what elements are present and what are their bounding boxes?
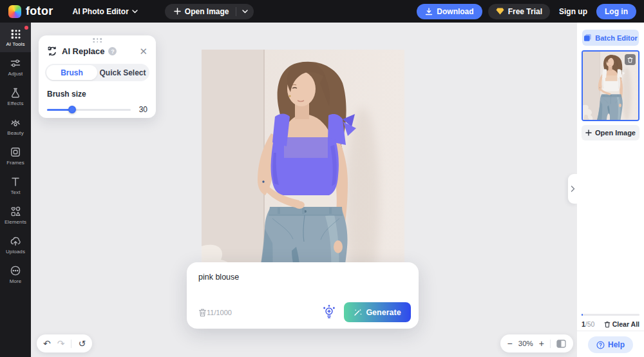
selection-mode-tabs: Brush Quick Select [45, 64, 149, 81]
left-tool-rail: AI Tools Adjust Effects Beauty Frames Te… [0, 23, 31, 357]
chevron-right-icon [571, 186, 575, 192]
clear-all-button[interactable]: Clear All [604, 320, 639, 328]
sidebar-item-label: Elements [5, 219, 26, 225]
brush-size-label: Brush size [47, 90, 156, 99]
undo-button[interactable]: ↶ [43, 339, 51, 348]
redo-button[interactable]: ↷ [57, 339, 65, 348]
plus-icon [174, 8, 181, 15]
tab-quick-select[interactable]: Quick Select [97, 65, 148, 80]
diamond-icon [496, 8, 504, 15]
effects-icon [10, 87, 21, 99]
clear-all-label: Clear All [612, 320, 639, 328]
usage-total: /50 [585, 320, 595, 328]
sidebar-item-beauty[interactable]: Beauty [0, 111, 31, 141]
compare-view-icon[interactable] [556, 340, 566, 348]
help-icon [596, 341, 605, 349]
download-label: Download [437, 7, 473, 16]
sidebar-item-uploads[interactable]: Uploads [0, 230, 31, 260]
zoom-in-button[interactable]: + [539, 338, 544, 349]
download-icon [425, 8, 433, 15]
fotor-logo-icon [8, 5, 21, 18]
open-image-button-right[interactable]: Open Image [582, 125, 639, 140]
image-list-panel: Batch Editor [577, 23, 644, 357]
sign-up-link[interactable]: Sign up [556, 7, 591, 16]
prompt-input[interactable]: pink blouse [198, 273, 239, 282]
help-button[interactable]: Help [588, 336, 633, 353]
open-image-label: Open Image [595, 129, 636, 137]
uploads-icon [10, 235, 21, 247]
text-icon [10, 176, 21, 188]
ai-replace-icon [47, 46, 58, 57]
zoom-out-button[interactable]: − [507, 338, 513, 349]
usage-progress-fill [582, 314, 583, 316]
chevron-down-icon [242, 10, 248, 14]
usage-progress-bar [582, 314, 639, 316]
fotor-logo-text: fotor [26, 5, 53, 18]
brush-size-slider[interactable] [47, 105, 131, 114]
tab-brush[interactable]: Brush [46, 65, 97, 80]
divider [550, 340, 551, 348]
sidebar-item-label: Uploads [6, 249, 25, 255]
frames-icon [10, 146, 21, 158]
panel-title: AI Replace [62, 46, 104, 56]
brush-slider-thumb[interactable] [68, 106, 76, 113]
generate-label: Generate [366, 308, 401, 317]
free-trial-button[interactable]: Free Trial [488, 4, 550, 19]
brush-size-value: 30 [137, 105, 147, 114]
notification-dot [24, 26, 28, 30]
help-label: Help [608, 340, 625, 349]
batch-editor-label: Batch Editor [595, 34, 637, 42]
zoom-toolbar: − 30% + [500, 334, 573, 352]
sidebar-item-ai-tools[interactable]: AI Tools [0, 23, 31, 52]
log-in-button[interactable]: Log in [596, 4, 636, 19]
sidebar-item-label: Beauty [7, 130, 24, 136]
history-toolbar: ↶ ↷ ↺ [37, 334, 92, 352]
chevron-down-icon [132, 10, 138, 14]
sidebar-item-elements[interactable]: Elements [0, 200, 31, 230]
open-image-button[interactable]: Open Image [165, 7, 236, 16]
download-button[interactable]: Download [417, 4, 482, 19]
sidebar-item-effects[interactable]: Effects [0, 82, 31, 111]
sidebar-item-label: Adjust [8, 71, 23, 77]
generate-button[interactable]: Generate [344, 302, 411, 322]
close-icon[interactable]: ✕ [139, 46, 147, 56]
help-tooltip-icon[interactable]: ? [108, 47, 117, 55]
sidebar-item-label: Frames [6, 160, 24, 166]
open-image-dropdown-button[interactable] [236, 10, 254, 14]
adjust-icon [10, 57, 21, 69]
delete-image-button[interactable] [625, 54, 636, 65]
free-trial-label: Free Trial [508, 7, 542, 16]
ai-tools-icon [10, 28, 21, 39]
beauty-icon [10, 117, 21, 128]
sidebar-item-adjust[interactable]: Adjust [0, 52, 31, 82]
editor-mode-menu[interactable]: AI Photo Editor [72, 7, 137, 16]
editor-canvas: AI Replace ? ✕ Brush Quick Select Brush … [31, 23, 577, 357]
reset-button[interactable]: ↺ [78, 339, 86, 348]
fotor-logo[interactable]: fotor [8, 5, 53, 18]
idea-bulb-icon[interactable] [322, 305, 336, 320]
sidebar-item-label: Text [10, 189, 20, 195]
log-in-label: Log in [605, 7, 628, 16]
elements-icon [10, 206, 21, 217]
clear-prompt-trash-icon[interactable] [198, 308, 207, 317]
more-icon [10, 265, 21, 276]
open-image-split-button: Open Image [165, 4, 254, 19]
editor-mode-label: AI Photo Editor [72, 7, 128, 16]
sidebar-item-frames[interactable]: Frames [0, 141, 31, 171]
plus-icon [585, 130, 592, 136]
sidebar-item-more[interactable]: More [0, 260, 31, 289]
drag-handle[interactable] [93, 38, 102, 43]
zoom-level[interactable]: 30% [518, 340, 533, 347]
batch-editor-button[interactable]: Batch Editor [582, 30, 639, 46]
sidebar-item-text[interactable]: Text [0, 171, 31, 200]
sidebar-item-label: Effects [7, 101, 23, 106]
divider [71, 340, 71, 348]
prompt-card: pink blouse 11/1000 Generate [187, 262, 419, 329]
trash-icon [627, 57, 633, 63]
open-image-label: Open Image [185, 7, 229, 16]
trash-icon [604, 321, 611, 328]
image-thumbnail[interactable] [582, 50, 639, 121]
collapse-right-panel-button[interactable] [568, 174, 577, 204]
char-counter: 11/1000 [207, 309, 232, 316]
sidebar-item-label: AI Tools [6, 41, 24, 47]
